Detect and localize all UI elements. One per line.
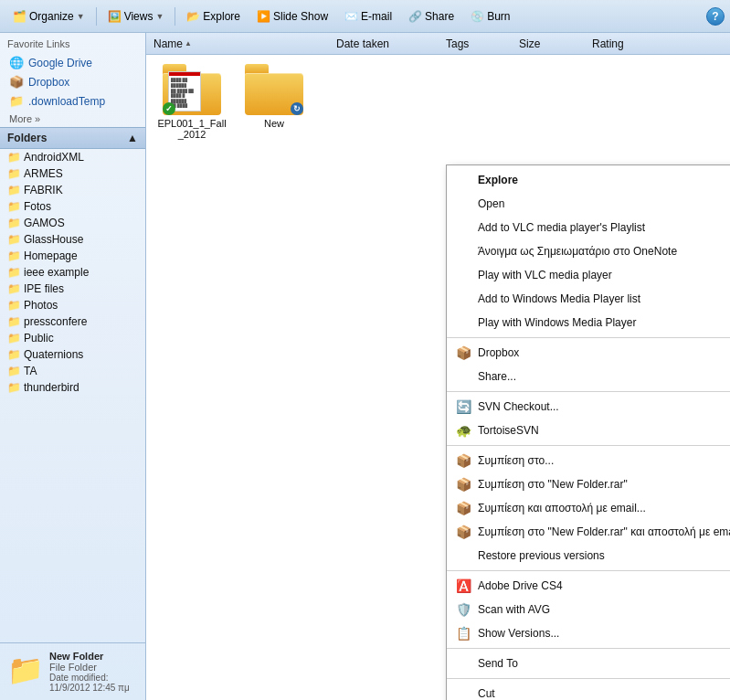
col-size[interactable]: Size xyxy=(512,37,585,50)
ctx-item-explore[interactable]: Explore xyxy=(447,168,730,192)
ctx-label: Show Versions... xyxy=(478,627,730,640)
ctx-item-cut[interactable]: Cut xyxy=(447,682,730,700)
share-button[interactable]: 🔗 Share xyxy=(401,6,461,27)
ctx-separator xyxy=(447,445,730,446)
tree-item-photos[interactable]: 📁Photos xyxy=(0,297,145,313)
fav-link-dropbox[interactable]: 📦 Dropbox xyxy=(0,72,145,91)
toolbar-sep-1 xyxy=(96,7,97,26)
more-link[interactable]: More » xyxy=(0,111,145,127)
ctx-item--[interactable]: 📦Συμπίεση στο... xyxy=(447,449,730,472)
ctx-label: Συμπίεση και αποστολή με email... xyxy=(478,502,730,514)
email-icon: ✉️ xyxy=(344,10,358,23)
tree-item-fabrik[interactable]: 📁FABRIK xyxy=(0,182,145,198)
ctx-item--new-folder-rar-email[interactable]: 📦Συμπίεση στο "New Folder.rar" και αποστ… xyxy=(447,520,730,544)
explore-label: Explore xyxy=(203,10,240,23)
ctx-icon-default xyxy=(456,196,471,211)
ctx-label: SVN Checkout... xyxy=(478,400,730,413)
ctx-item--email-[interactable]: 📦Συμπίεση και αποστολή με email... xyxy=(447,496,730,520)
tree-item-ta[interactable]: 📁TA xyxy=(0,363,145,379)
ctx-item-play-with-windows-media-player[interactable]: Play with Windows Media Player▶ xyxy=(447,311,730,334)
organize-icon: 🗂️ xyxy=(13,10,26,23)
tree-item-quaternions[interactable]: 📁Quaternions xyxy=(0,346,145,363)
tree-item-gamos[interactable]: 📁GAMOS xyxy=(0,215,145,231)
ctx-icon-default xyxy=(456,369,471,384)
file-item-new[interactable]: ↻ New xyxy=(238,64,311,140)
fav-link-label: Google Drive xyxy=(28,57,92,69)
ctx-icon-tortoise: 🐢 xyxy=(456,423,471,438)
fav-link-google-drive[interactable]: 🌐 Google Drive xyxy=(0,53,145,72)
views-button[interactable]: 🖼️ Views ▼ xyxy=(101,6,172,27)
ctx-item-play-with-vlc-media-player[interactable]: Play with VLC media player xyxy=(447,263,730,287)
ctx-label: Adobe Drive CS4 xyxy=(478,579,730,592)
share-label: Share xyxy=(425,10,454,23)
left-panel: Favorite Links 🌐 Google Drive 📦 Dropbox … xyxy=(0,33,146,700)
files-area[interactable]: ████ ██ ██████ ██ ████ ██ ████ █ ██████ … xyxy=(146,55,730,700)
folder-info-icon: 📁 xyxy=(7,652,44,687)
folders-label: Folders xyxy=(7,132,47,144)
ctx-item-add-to-windows-media-player-list[interactable]: Add to Windows Media Player list xyxy=(447,287,730,311)
ctx-item-open[interactable]: Open xyxy=(447,192,730,216)
ctx-icon-zip: 📦 xyxy=(456,525,471,539)
toolbar: 🗂️ Organize ▼ 🖼️ Views ▼ 📂 Explore ▶️ Sl… xyxy=(0,0,730,33)
right-panel: Name ▲ Date taken Tags Size Rating xyxy=(146,33,730,700)
tree-folder-icon: 📁 xyxy=(7,266,21,279)
tree-item-ipe-files[interactable]: 📁IPE files xyxy=(0,281,145,297)
ctx-item-tortoisesvn[interactable]: 🐢TortoiseSVN▶ xyxy=(447,419,730,442)
help-label: ? xyxy=(712,10,718,23)
ctx-item-adobe-drive-cs4[interactable]: 🅰️Adobe Drive CS4▶ xyxy=(447,574,730,598)
fav-link-downloadtemp[interactable]: 📁 .downloadTemp xyxy=(0,91,145,111)
toolbar-sep-2 xyxy=(175,7,175,26)
ctx-item-scan-with-avg[interactable]: 🛡️Scan with AVG xyxy=(447,598,730,621)
email-button[interactable]: ✉️ E-mail xyxy=(337,6,399,27)
folder-info-subname: File Folder xyxy=(49,662,138,673)
tree-item-pressconfere[interactable]: 📁pressconfere xyxy=(0,313,145,330)
folders-header[interactable]: Folders ▲ xyxy=(0,127,145,149)
favorite-links-header: Favorite Links xyxy=(0,33,145,53)
col-tags[interactable]: Tags xyxy=(439,37,512,50)
ctx-separator xyxy=(447,570,730,571)
ctx-separator xyxy=(447,391,730,392)
ctx-item--new-folder-rar-[interactable]: 📦Συμπίεση στο "New Folder.rar" xyxy=(447,472,730,496)
ctx-icon-default xyxy=(456,548,471,563)
tree-item-fotos[interactable]: 📁Fotos xyxy=(0,198,145,215)
slideshow-button[interactable]: ▶️ Slide Show xyxy=(249,6,335,27)
main-layout: Favorite Links 🌐 Google Drive 📦 Dropbox … xyxy=(0,33,730,700)
tree-item-armes[interactable]: 📁ARMES xyxy=(0,165,145,182)
tree-folder-icon: 📁 xyxy=(7,184,21,196)
tree-item-public[interactable]: 📁Public xyxy=(0,330,145,346)
folder-tree[interactable]: 📁AndroidXML📁ARMES📁FABRIK📁Fotos📁GAMOS📁Gla… xyxy=(0,149,145,642)
folder-info: 📁 New Folder File Folder Date modified: … xyxy=(0,642,145,700)
ctx-item--onenote[interactable]: Άνοιγμα ως Σημειωματάριο στο OneNote xyxy=(447,239,730,263)
tree-item-glasshouse[interactable]: 📁GlassHouse xyxy=(0,231,145,248)
ctx-item-send-to[interactable]: Send To▶ xyxy=(447,652,730,675)
ctx-item-share-[interactable]: Share... xyxy=(447,365,730,388)
tree-item-ieee-example[interactable]: 📁ieee example xyxy=(0,264,145,281)
ctx-item-add-to-vlc-media-player-s-playlist[interactable]: Add to VLC media player's Playlist xyxy=(447,216,730,239)
file-item-epl001[interactable]: ████ ██ ██████ ██ ████ ██ ████ █ ██████ … xyxy=(155,64,228,140)
share-icon: 🔗 xyxy=(408,10,422,23)
tree-item-thunderbird[interactable]: 📁thunderbird xyxy=(0,379,145,396)
ctx-icon-versions: 📋 xyxy=(456,626,471,641)
ctx-label: Cut xyxy=(478,687,730,700)
tree-folder-icon: 📁 xyxy=(7,167,21,180)
file-label-new: New xyxy=(264,118,284,129)
ctx-item-svn-checkout-[interactable]: 🔄SVN Checkout... xyxy=(447,395,730,419)
tree-folder-icon: 📁 xyxy=(7,332,21,345)
tree-folder-icon: 📁 xyxy=(7,381,21,394)
explore-button[interactable]: 📂 Explore xyxy=(179,6,248,27)
ctx-item-dropbox[interactable]: 📦Dropbox▶ xyxy=(447,341,730,365)
views-icon: 🖼️ xyxy=(108,10,122,23)
col-name[interactable]: Name ▲ xyxy=(146,37,329,50)
tree-item-homepage[interactable]: 📁Homepage xyxy=(0,248,145,264)
ctx-item-restore-previous-versions[interactable]: Restore previous versions xyxy=(447,544,730,567)
ctx-icon-dropbox: 📦 xyxy=(456,345,471,360)
burn-button[interactable]: 💿 Burn xyxy=(463,6,517,27)
help-button[interactable]: ? xyxy=(706,7,725,26)
tree-item-androidxml[interactable]: 📁AndroidXML xyxy=(0,149,145,165)
col-date-taken[interactable]: Date taken xyxy=(329,37,439,50)
organize-button[interactable]: 🗂️ Organize ▼ xyxy=(5,6,92,27)
col-rating[interactable]: Rating xyxy=(585,37,658,50)
views-label: Views xyxy=(124,10,153,23)
ctx-item-show-versions-[interactable]: 📋Show Versions... xyxy=(447,621,730,645)
ctx-label: Share... xyxy=(478,370,730,383)
